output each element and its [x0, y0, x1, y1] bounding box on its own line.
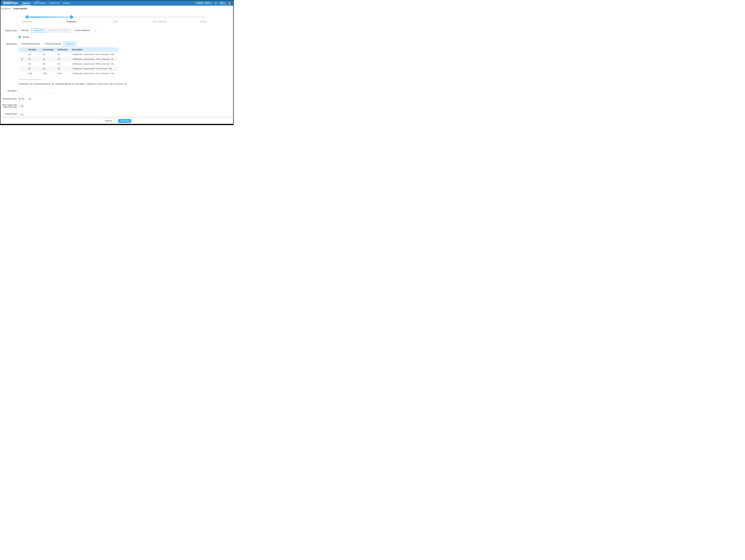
- next-step-button[interactable]: Next Step: [118, 119, 131, 123]
- spec-row-2g-selected[interactable]: 2G 2G 2G 1 KB/record , record count < 20…: [19, 57, 118, 62]
- option-incremental[interactable]: Incremental: [31, 28, 46, 33]
- spec-row-3g[interactable]: 3G 3G 3G 1 KB/record , record count < 50…: [19, 62, 118, 66]
- spec-row-4g[interactable]: 4G 4G 4G 1 KB/record , record count < 2 …: [19, 66, 118, 71]
- step-number: 2: [70, 15, 73, 19]
- screenshot-frame: BladePipe DataJob Sync Settings DataSour…: [0, 0, 234, 125]
- main-nav: DataJob Sync Settings DataSource Setting…: [21, 0, 72, 6]
- ddl-yes-radio[interactable]: [19, 98, 21, 100]
- specification-label: *Specification: [0, 43, 17, 45]
- nav-item-settings[interactable]: Settings: [61, 0, 72, 6]
- toggle-knob: [19, 105, 21, 107]
- spec-radio[interactable]: [21, 68, 23, 70]
- step-data-processing[interactable]: 4 Data Processing: [148, 15, 171, 23]
- spec-table: Full Data Incremental Verification Descr…: [19, 47, 118, 76]
- runtime-memory-footnote: *DataTask Runtime Memory: [0, 78, 233, 81]
- synchronize-ddl-row: Synchronize DDL Yes No: [0, 98, 233, 100]
- full-data-checkbox[interactable]: [19, 36, 21, 38]
- breadcrumb-parent-link[interactable]: DataJob: [3, 8, 10, 10]
- user-avatar[interactable]: [228, 1, 231, 5]
- redacted-text: [210, 2, 212, 4]
- specification-row: *Specification Incremental Enhanced Full…: [0, 41, 233, 46]
- spec-table-container: Full Data Incremental Verification Descr…: [0, 47, 233, 76]
- ddl-no-radio[interactable]: [26, 98, 28, 100]
- wizard-footer: Previous Next Step: [0, 118, 233, 124]
- breadcrumb-separator: /: [12, 8, 12, 10]
- datajob-type-group: Full Data Incremental Verification and C…: [19, 28, 93, 33]
- step-check-icon: 1: [26, 15, 29, 19]
- step-tables[interactable]: 3 Tables: [103, 15, 127, 23]
- clean-target-toggle[interactable]: [19, 105, 24, 107]
- spec-radio[interactable]: [21, 53, 23, 56]
- nav-item-datasource[interactable]: DataSource: [47, 0, 61, 6]
- help-icon[interactable]: ?: [94, 30, 97, 32]
- col-verification: Verification: [55, 47, 70, 52]
- ddl-yes-option[interactable]: Yes: [19, 98, 25, 100]
- specification-group: Incremental Enhanced Full Data Enhanced …: [19, 41, 76, 46]
- redacted-text: [225, 2, 226, 4]
- step-properties[interactable]: 2 Properties: [60, 15, 83, 23]
- step-creation[interactable]: 5 Creation: [191, 15, 215, 23]
- option-incremental-enhanced[interactable]: Incremental Enhanced: [19, 42, 42, 46]
- wizard-stepper: 1 DataSource 2 Properties 3 Tables 4 Dat…: [0, 15, 233, 26]
- col-description: Description: [70, 47, 118, 52]
- main-content: 1 DataSource 2 Properties 3 Tables 4 Dat…: [0, 12, 233, 118]
- navbar-right-area: [194, 1, 231, 5]
- col-full-data: Full Data: [26, 47, 40, 52]
- previous-button[interactable]: Previous: [102, 119, 115, 123]
- nav-item-datajob[interactable]: DataJob: [21, 0, 32, 6]
- description-row: Description: [0, 87, 233, 95]
- step-number: 5: [202, 15, 205, 19]
- description-label: Description: [0, 90, 17, 92]
- clean-target-row: Clean Target Data Before Full Data: [0, 104, 233, 108]
- col-radio: [19, 47, 26, 52]
- required-asterisk: *: [4, 30, 5, 32]
- synchronize-ddl-label: Synchronize DDL: [0, 98, 17, 100]
- top-navbar: BladePipe DataJob Sync Settings DataSour…: [0, 0, 233, 6]
- full-data-checkbox-row: Full Data: [0, 36, 233, 38]
- clean-target-label: Clean Target Data Before Full Data: [0, 104, 17, 108]
- option-full-data-enhanced[interactable]: Full Data Enhanced: [42, 42, 64, 46]
- option-schema-migration[interactable]: Schema Migration: [72, 28, 92, 33]
- required-asterisk: *: [5, 43, 6, 45]
- step-number: 3: [114, 15, 117, 19]
- spec-row-1g[interactable]: 1G 1G 1G 1 KB/record , record count < 20…: [19, 52, 118, 57]
- col-incremental: Incremental: [40, 47, 55, 52]
- option-verification-correction[interactable]: Verification and Correction: [46, 28, 72, 33]
- full-data-checkbox-label: Full Data: [22, 36, 29, 38]
- redacted-icon: [215, 2, 217, 4]
- datajob-type-label: *DataJob Type: [0, 30, 17, 32]
- content-bottom-fade: [0, 116, 233, 118]
- selection-summary: Full Memory: 2G, Incremental Memory: 2G,…: [0, 83, 233, 85]
- spec-radio[interactable]: [21, 72, 23, 74]
- spec-row-05g[interactable]: 0.5G 0.5G 0.5G 1 KB/record , record coun…: [19, 71, 118, 76]
- spec-radio[interactable]: [21, 63, 23, 65]
- redacted-text: [220, 2, 224, 4]
- redacted-text: [204, 2, 209, 4]
- description-textarea[interactable]: [19, 87, 55, 94]
- option-full-data[interactable]: Full Data: [19, 28, 31, 33]
- step-datasource[interactable]: 1 DataSource: [15, 15, 39, 23]
- redacted-text: [196, 2, 203, 4]
- step-number: 4: [158, 15, 161, 19]
- spec-radio-selected[interactable]: [21, 58, 23, 60]
- breadcrumb-rule: [2, 7, 2, 10]
- option-balanced[interactable]: Balanced: [64, 42, 76, 46]
- datajob-type-row: *DataJob Type Full Data Incremental Veri…: [0, 28, 233, 33]
- nav-item-sync-settings[interactable]: Sync Settings: [32, 0, 47, 6]
- bladepipe-logo[interactable]: BladePipe: [3, 1, 18, 5]
- app-window: BladePipe DataJob Sync Settings DataSour…: [0, 0, 233, 124]
- avatar-image: [228, 1, 231, 5]
- status-indicator: [194, 2, 195, 4]
- spec-table-header: Full Data Incremental Verification Descr…: [19, 47, 118, 52]
- ddl-no-option[interactable]: No: [26, 98, 31, 100]
- page-title: Create DataJob: [13, 8, 27, 10]
- breadcrumb: DataJob / Create DataJob: [0, 6, 233, 12]
